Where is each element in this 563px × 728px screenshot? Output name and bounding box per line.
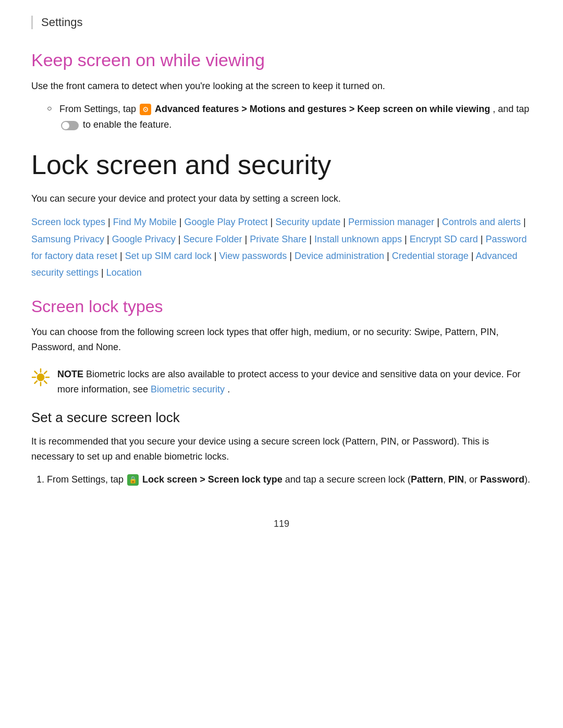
step-1-pin: PIN bbox=[448, 474, 464, 485]
section-screen-lock-types: Screen lock types You can choose from th… bbox=[31, 297, 532, 397]
link-encrypt-sd-card[interactable]: Encrypt SD card bbox=[410, 234, 478, 244]
link-security-update[interactable]: Security update bbox=[275, 217, 340, 227]
gear-icon: ⚙ bbox=[140, 104, 151, 115]
secure-screen-lock-body: It is recommended that you secure your d… bbox=[31, 434, 532, 464]
section-secure-screen-lock: Set a secure screen lock It is recommend… bbox=[31, 410, 532, 487]
link-install-unknown-apps[interactable]: Install unknown apps bbox=[314, 234, 402, 244]
link-device-admin[interactable]: Device administration bbox=[295, 251, 384, 261]
page-number: 119 bbox=[31, 519, 532, 529]
page-header: Settings bbox=[31, 16, 532, 29]
lock-icon: 🔒 bbox=[127, 474, 139, 486]
bullet-suffix: , and tap bbox=[493, 104, 529, 114]
note-biometric-link[interactable]: Biometric security bbox=[151, 384, 225, 394]
svg-line-8 bbox=[35, 381, 38, 384]
note-sun-icon bbox=[31, 368, 50, 387]
step-1-bold: Lock screen > Screen lock type bbox=[142, 474, 283, 485]
step-1: From Settings, tap 🔒 Lock screen > Scree… bbox=[47, 472, 532, 488]
link-google-privacy[interactable]: Google Privacy bbox=[112, 234, 176, 244]
step-1-prefix: From Settings, tap bbox=[47, 474, 126, 485]
bullet-bold: Advanced features > Motions and gestures… bbox=[155, 104, 490, 114]
secure-screen-lock-title: Set a secure screen lock bbox=[31, 410, 532, 426]
toggle-icon[interactable] bbox=[61, 121, 79, 130]
link-private-share[interactable]: Private Share bbox=[250, 234, 307, 244]
bullet-prefix: From Settings, tap bbox=[59, 104, 139, 114]
link-sim-card-lock[interactable]: Set up SIM card lock bbox=[125, 251, 212, 261]
step-1-password: Password bbox=[480, 474, 524, 485]
lock-screen-security-title: Lock screen and security bbox=[31, 149, 532, 181]
section-lock-screen-security: Lock screen and security You can secure … bbox=[31, 149, 532, 281]
svg-line-6 bbox=[44, 381, 47, 384]
svg-point-0 bbox=[37, 374, 44, 381]
keep-screen-bullet-item: From Settings, tap ⚙ Advanced features >… bbox=[47, 101, 532, 133]
svg-line-5 bbox=[35, 372, 38, 374]
link-credential-storage[interactable]: Credential storage bbox=[392, 251, 469, 261]
bullet-end: to enable the feature. bbox=[83, 119, 172, 130]
link-controls-alerts[interactable]: Controls and alerts bbox=[442, 217, 521, 227]
step-1-suffix: and tap a secure screen lock (Pattern, P… bbox=[285, 474, 530, 485]
link-find-my-mobile[interactable]: Find My Mobile bbox=[113, 217, 177, 227]
screen-lock-types-body: You can choose from the following screen… bbox=[31, 325, 532, 355]
link-google-play-protect[interactable]: Google Play Protect bbox=[185, 217, 268, 227]
link-permission-manager[interactable]: Permission manager bbox=[348, 217, 434, 227]
secure-screen-lock-steps: From Settings, tap 🔒 Lock screen > Scree… bbox=[47, 472, 532, 488]
link-view-passwords[interactable]: View passwords bbox=[219, 251, 287, 261]
keep-screen-body: Use the front camera to detect when you'… bbox=[31, 79, 532, 94]
page-header-title: Settings bbox=[41, 16, 83, 29]
links-paragraph: Screen lock types | Find My Mobile | Goo… bbox=[31, 214, 532, 281]
lock-screen-security-body: You can secure your device and protect y… bbox=[31, 191, 532, 206]
note-box: NOTE Biometric locks are also available … bbox=[31, 367, 532, 397]
note-body: Biometric locks are also available to pr… bbox=[57, 369, 520, 394]
note-label: NOTE bbox=[57, 369, 86, 379]
link-samsung-privacy[interactable]: Samsung Privacy bbox=[31, 234, 104, 244]
svg-line-7 bbox=[44, 372, 47, 374]
keep-screen-bullets: From Settings, tap ⚙ Advanced features >… bbox=[47, 101, 532, 133]
note-end: . bbox=[227, 384, 230, 394]
page-container: Settings Keep screen on while viewing Us… bbox=[0, 0, 563, 728]
section-keep-screen: Keep screen on while viewing Use the fro… bbox=[31, 50, 532, 133]
note-text: NOTE Biometric locks are also available … bbox=[57, 367, 532, 397]
step-1-pattern: Pattern bbox=[411, 474, 443, 485]
screen-lock-types-title: Screen lock types bbox=[31, 297, 532, 316]
keep-screen-title: Keep screen on while viewing bbox=[31, 50, 532, 70]
link-screen-lock-types[interactable]: Screen lock types bbox=[31, 217, 105, 227]
link-location[interactable]: Location bbox=[106, 267, 142, 278]
link-secure-folder[interactable]: Secure Folder bbox=[183, 234, 242, 244]
